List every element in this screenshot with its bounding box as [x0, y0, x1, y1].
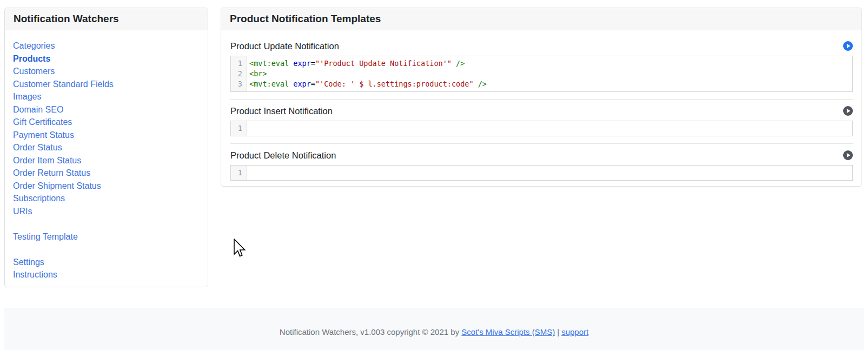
sidebar-item-products[interactable]: Products [13, 52, 200, 65]
sidebar-item-categories[interactable]: Categories [13, 39, 200, 52]
section-divider [230, 143, 853, 144]
sidebar-item-settings[interactable]: Settings [13, 256, 200, 269]
sidebar-item-customer-standard-fields[interactable]: Customer Standard Fields [13, 78, 200, 91]
code-editor-product-insert[interactable]: 1 [230, 121, 853, 136]
mouse-cursor-icon [233, 239, 246, 261]
sidebar-item-order-return-status[interactable]: Order Return Status [13, 167, 200, 180]
section-divider [230, 99, 853, 100]
line-number-gutter: 1 2 3 [231, 56, 247, 91]
sidebar-item-testing-template[interactable]: Testing Template [13, 230, 200, 243]
sidebar-item-payment-status[interactable]: Payment Status [13, 129, 200, 142]
sidebar-title: Notification Watchers [5, 8, 208, 30]
sidebar-item-images[interactable]: Images [13, 90, 200, 103]
footer-copyright-text: Notification Watchers, v1.003 copyright … [280, 327, 459, 336]
sidebar-item-subscriptions[interactable]: Subscriptions [13, 192, 200, 205]
code-content[interactable]: <mvt:eval expr="'Product Update Notifica… [247, 56, 852, 91]
sidebar-item-domain-seo[interactable]: Domain SEO [13, 103, 200, 116]
sidebar-item-order-shipment-status[interactable]: Order Shipment Status [13, 180, 200, 193]
main-title: Product Notification Templates [221, 8, 862, 30]
line-number-gutter: 1 [231, 166, 247, 180]
sidebar-item-uris[interactable]: URIs [13, 205, 200, 218]
code-content[interactable] [247, 166, 852, 180]
code-editor-product-delete[interactable]: 1 [230, 165, 853, 181]
play-circle-icon[interactable] [843, 106, 853, 116]
footer-link-support[interactable]: support [561, 327, 588, 336]
section-heading-product-insert: Product Insert Notification [230, 106, 333, 116]
sidebar-item-gift-certificates[interactable]: Gift Certificates [13, 116, 200, 129]
sidebar-nav: Categories Products Customers Customer S… [5, 30, 208, 290]
play-circle-icon[interactable] [843, 41, 853, 51]
footer-link-scots-miva-scripts[interactable]: Scot's Miva Scripts (SMS) [461, 327, 555, 336]
section-heading-product-delete: Product Delete Notification [230, 150, 336, 160]
sidebar-item-order-status[interactable]: Order Status [13, 141, 200, 154]
sidebar-item-order-item-status[interactable]: Order Item Status [13, 154, 200, 167]
code-editor-product-update[interactable]: 1 2 3 <mvt:eval expr="'Product Update No… [230, 56, 853, 92]
notification-watchers-panel: Notification Watchers Categories Product… [4, 8, 208, 287]
product-notification-templates-panel: Product Notification Templates Product U… [221, 8, 862, 187]
line-number-gutter: 1 [231, 121, 247, 136]
sidebar-item-instructions[interactable]: Instructions [13, 268, 200, 281]
section-divider [230, 188, 853, 188]
footer-separator: | [557, 327, 559, 336]
code-content[interactable] [247, 121, 852, 136]
sidebar-item-customers[interactable]: Customers [13, 65, 200, 78]
section-heading-product-update: Product Update Notification [230, 41, 339, 51]
play-circle-icon[interactable] [843, 150, 853, 160]
footer: Notification Watchers, v1.003 copyright … [4, 308, 864, 350]
